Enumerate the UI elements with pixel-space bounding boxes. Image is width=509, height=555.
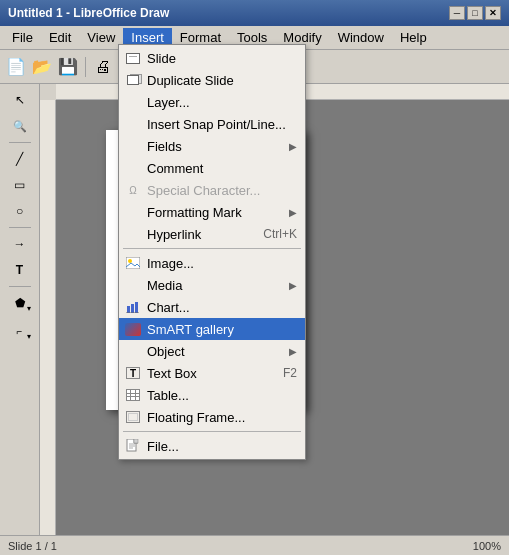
menu-item-media[interactable]: Media ▶ xyxy=(119,274,305,296)
menu-item-formatting-mark[interactable]: Formatting Mark ▶ xyxy=(119,201,305,223)
menu-item-image[interactable]: Image... xyxy=(119,252,305,274)
print-icon: 🖨 xyxy=(95,58,111,76)
text-tool[interactable]: T xyxy=(7,258,33,282)
table-label: Table... xyxy=(147,388,189,403)
window-title: Untitled 1 - LibreOffice Draw xyxy=(8,6,449,20)
comment-icon xyxy=(123,158,143,178)
duplicate-slide-label: Duplicate Slide xyxy=(147,73,234,88)
menu-item-file[interactable]: File... xyxy=(119,435,305,457)
zoom-level: 100% xyxy=(473,540,501,552)
window-controls: ─ □ ✕ xyxy=(449,6,501,20)
ellipse-tool[interactable]: ○ xyxy=(7,199,33,223)
image-label: Image... xyxy=(147,256,194,271)
shapes-dropdown-icon: ▾ xyxy=(27,304,31,313)
close-button[interactable]: ✕ xyxy=(485,6,501,20)
menu-view[interactable]: View xyxy=(79,28,123,47)
media-icon xyxy=(123,275,143,295)
menu-item-snap-point[interactable]: Insert Snap Point/Line... xyxy=(119,113,305,135)
tool-sep-1 xyxy=(9,142,31,143)
hyperlink-label: Hyperlink xyxy=(147,227,201,242)
menu-window[interactable]: Window xyxy=(330,28,392,47)
rect-icon: ▭ xyxy=(14,178,25,192)
svg-rect-3 xyxy=(131,304,134,313)
snap-label: Insert Snap Point/Line... xyxy=(147,117,286,132)
menu-sep-1 xyxy=(123,248,301,249)
shapes-tool[interactable]: ⬟ ▾ xyxy=(7,291,33,315)
connector-dropdown-icon: ▾ xyxy=(27,332,31,341)
ellipse-icon: ○ xyxy=(16,204,23,218)
select-tool[interactable]: ↖ xyxy=(7,88,33,112)
open-button[interactable]: 📂 xyxy=(30,55,54,79)
minimize-button[interactable]: ─ xyxy=(449,6,465,20)
menu-item-text-box[interactable]: T Text Box F2 xyxy=(119,362,305,384)
line-tool[interactable]: ╱ xyxy=(7,147,33,171)
hyperlink-shortcut: Ctrl+K xyxy=(243,227,297,241)
formatting-mark-label: Formatting Mark xyxy=(147,205,242,220)
text-icon: T xyxy=(16,263,23,277)
media-label: Media xyxy=(147,278,182,293)
slide-icon xyxy=(123,48,143,68)
formatting-mark-icon xyxy=(123,202,143,222)
special-char-icon: Ω xyxy=(123,180,143,200)
menu-edit[interactable]: Edit xyxy=(41,28,79,47)
menu-item-smart-gallery[interactable]: SmART gallery xyxy=(119,318,305,340)
rect-tool[interactable]: ▭ xyxy=(7,173,33,197)
chart-label: Chart... xyxy=(147,300,190,315)
comment-label: Comment xyxy=(147,161,203,176)
print-button[interactable]: 🖨 xyxy=(91,55,115,79)
chart-icon xyxy=(123,297,143,317)
svg-point-1 xyxy=(128,259,132,263)
menu-item-slide[interactable]: Slide xyxy=(119,47,305,69)
svg-rect-2 xyxy=(127,306,130,313)
special-char-label: Special Character... xyxy=(147,183,260,198)
fields-arrow-icon: ▶ xyxy=(289,141,297,152)
menu-item-fields[interactable]: Fields ▶ xyxy=(119,135,305,157)
menu-item-object[interactable]: Object ▶ xyxy=(119,340,305,362)
snap-icon xyxy=(123,114,143,134)
menu-item-floating-frame[interactable]: Floating Frame... xyxy=(119,406,305,428)
object-arrow-icon: ▶ xyxy=(289,346,297,357)
menu-item-comment[interactable]: Comment xyxy=(119,157,305,179)
text-box-label: Text Box xyxy=(147,366,197,381)
status-bar: Slide 1 / 1 100% xyxy=(0,535,509,555)
image-icon xyxy=(123,253,143,273)
save-button[interactable]: 💾 xyxy=(56,55,80,79)
smart-gallery-icon xyxy=(123,319,143,339)
zoom-tool[interactable]: 🔍 xyxy=(7,114,33,138)
zoom-icon: 🔍 xyxy=(13,120,27,133)
fields-icon xyxy=(123,136,143,156)
menu-item-chart[interactable]: Chart... xyxy=(119,296,305,318)
new-button[interactable]: 📄 xyxy=(4,55,28,79)
menu-item-layer[interactable]: Layer... xyxy=(119,91,305,113)
shapes-icon: ⬟ xyxy=(15,296,25,310)
title-bar: Untitled 1 - LibreOffice Draw ─ □ ✕ xyxy=(0,0,509,26)
connector-icon: ⌐ xyxy=(17,326,23,337)
insert-menu-dropdown: Slide Duplicate Slide Layer... Insert Sn… xyxy=(118,44,306,460)
menu-item-duplicate-slide[interactable]: Duplicate Slide xyxy=(119,69,305,91)
new-icon: 📄 xyxy=(6,57,26,76)
svg-rect-0 xyxy=(126,257,140,269)
layer-icon xyxy=(123,92,143,112)
svg-rect-4 xyxy=(135,302,138,313)
file-icon xyxy=(123,436,143,456)
maximize-button[interactable]: □ xyxy=(467,6,483,20)
menu-item-hyperlink[interactable]: Hyperlink Ctrl+K xyxy=(119,223,305,245)
object-label: Object xyxy=(147,344,185,359)
menu-item-special-char: Ω Special Character... xyxy=(119,179,305,201)
menu-help[interactable]: Help xyxy=(392,28,435,47)
line-icon: ╱ xyxy=(16,152,23,166)
menu-file[interactable]: File xyxy=(4,28,41,47)
smart-gallery-label: SmART gallery xyxy=(147,322,234,337)
toolbar-sep-1 xyxy=(85,57,86,77)
menu-item-table[interactable]: Table... xyxy=(119,384,305,406)
status-text: Slide 1 / 1 xyxy=(8,540,57,552)
tool-sep-3 xyxy=(9,286,31,287)
connectors-tool[interactable]: ⌐ ▾ xyxy=(7,319,33,343)
media-arrow-icon: ▶ xyxy=(289,280,297,291)
formatting-mark-arrow-icon: ▶ xyxy=(289,207,297,218)
floating-frame-icon xyxy=(123,407,143,427)
file-label: File... xyxy=(147,439,179,454)
vertical-ruler xyxy=(40,100,56,555)
menu-sep-2 xyxy=(123,431,301,432)
arrow-tool[interactable]: → xyxy=(7,232,33,256)
